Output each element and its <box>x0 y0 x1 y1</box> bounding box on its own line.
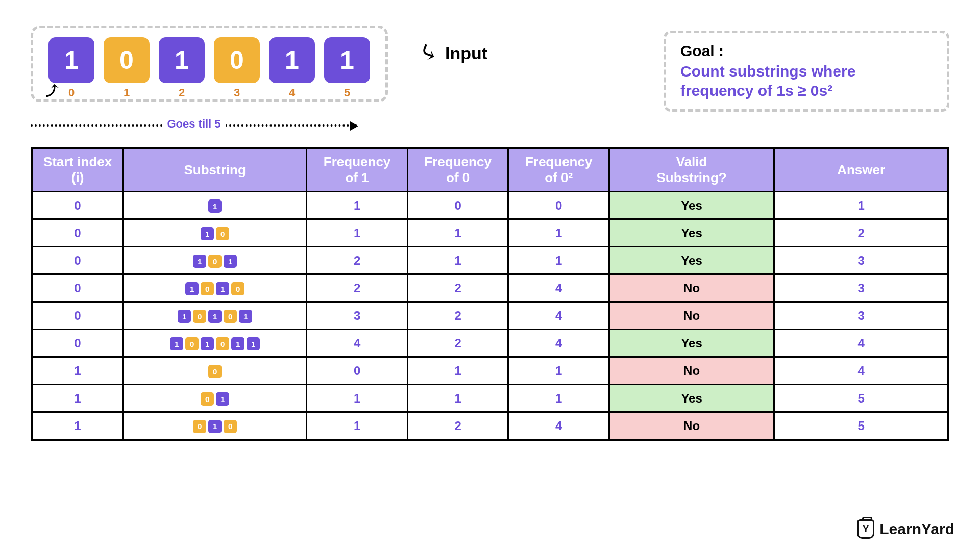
substring-bit: 1 <box>231 337 244 350</box>
input-bit: 15 <box>324 37 370 83</box>
cell-freq-1: 1 <box>307 412 408 440</box>
cell-substring: 01 <box>124 385 307 412</box>
cell-valid: Yes <box>609 330 774 357</box>
cell-substring: 10101 <box>124 302 307 330</box>
table-header-row: Start index(i)SubstringFrequencyof 1Freq… <box>32 148 948 192</box>
table-header: Frequencyof 1 <box>307 148 408 192</box>
table-header: Frequencyof 0 <box>407 148 508 192</box>
cell-freq-1: 0 <box>307 357 408 385</box>
cell-freq-1: 4 <box>307 330 408 357</box>
substring-bit: 1 <box>216 282 229 295</box>
input-bit: 12 <box>159 37 205 83</box>
cell-freq-0: 1 <box>407 357 508 385</box>
substring-bit: 1 <box>224 255 237 268</box>
cell-answer: 3 <box>774 274 948 302</box>
substring-bits: 10 <box>201 227 229 240</box>
cell-freq-0-sq: 4 <box>508 330 609 357</box>
substring-bit: 0 <box>224 310 237 323</box>
cell-start-index: 0 <box>32 274 124 302</box>
cell-valid: Yes <box>609 219 774 247</box>
cell-answer: 4 <box>774 357 948 385</box>
cell-answer: 1 <box>774 192 948 219</box>
table-row: 010111Yes2 <box>32 219 948 247</box>
substring-bit: 1 <box>208 310 222 323</box>
substring-bit: 1 <box>216 392 229 406</box>
cell-substring: 101011 <box>124 330 307 357</box>
cell-freq-0-sq: 1 <box>508 357 609 385</box>
cell-freq-0-sq: 1 <box>508 219 609 247</box>
input-dashed-box: 100112031415 <box>31 26 388 102</box>
substring-bit: 1 <box>201 337 214 350</box>
table-row: 101111Yes5 <box>32 385 948 412</box>
input-bit-index: 1 <box>124 86 130 99</box>
input-arrow-icon: ⤶ <box>415 38 443 68</box>
substring-bit: 0 <box>216 227 229 240</box>
cell-valid: No <box>609 357 774 385</box>
input-bit: 10 <box>48 37 94 83</box>
cell-substring: 10 <box>124 219 307 247</box>
input-bit-index: 4 <box>289 86 295 99</box>
brand-logo: Y LearnYard <box>857 519 954 539</box>
table-row: 01100Yes1 <box>32 192 948 219</box>
substring-bit: 1 <box>208 420 222 433</box>
substring-bits: 101 <box>193 255 237 268</box>
substring-bit: 0 <box>185 337 199 350</box>
cell-start-index: 0 <box>32 330 124 357</box>
table-body: 01100Yes1010111Yes20101211Yes301010224No… <box>32 192 948 440</box>
substring-bit: 0 <box>216 337 229 350</box>
cell-freq-0-sq: 4 <box>508 302 609 330</box>
input-bit-index: 2 <box>179 86 185 99</box>
cell-freq-1: 1 <box>307 385 408 412</box>
cell-start-index: 1 <box>32 412 124 440</box>
cell-freq-0: 1 <box>407 219 508 247</box>
substring-bits: 101011 <box>170 337 260 350</box>
brand-logo-text: LearnYard <box>879 520 954 538</box>
cell-valid: No <box>609 412 774 440</box>
cell-start-index: 0 <box>32 192 124 219</box>
cell-answer: 5 <box>774 412 948 440</box>
substring-bit: 1 <box>170 337 183 350</box>
substring-bit: 0 <box>201 282 214 295</box>
input-bit: 01 <box>104 37 150 83</box>
cell-freq-0: 2 <box>407 412 508 440</box>
substring-bits: 0 <box>208 365 222 378</box>
table-header: Answer <box>774 148 948 192</box>
goal-box: Goal : Count substrings where frequency … <box>664 31 949 112</box>
substring-bits: 010 <box>193 420 237 433</box>
input-bit-index: 3 <box>234 86 240 99</box>
substring-bit: 0 <box>193 420 206 433</box>
cell-freq-1: 1 <box>307 219 408 247</box>
goes-till-label: Goes till 5 <box>162 117 226 131</box>
cell-freq-0-sq: 4 <box>508 412 609 440</box>
cell-start-index: 0 <box>32 302 124 330</box>
cell-freq-0: 2 <box>407 302 508 330</box>
table-row: 1010124No5 <box>32 412 948 440</box>
substring-bits: 10101 <box>178 310 252 323</box>
cell-substring: 0 <box>124 357 307 385</box>
substring-bit: 0 <box>193 310 206 323</box>
cell-start-index: 0 <box>32 247 124 274</box>
cell-substring: 1010 <box>124 274 307 302</box>
table-row: 0101011424Yes4 <box>32 330 948 357</box>
table-header: Frequencyof 0² <box>508 148 609 192</box>
cell-answer: 3 <box>774 247 948 274</box>
cell-valid: Yes <box>609 247 774 274</box>
cell-start-index: 1 <box>32 357 124 385</box>
cell-valid: No <box>609 274 774 302</box>
substring-bit: 0 <box>208 365 222 378</box>
table-header: Start index(i) <box>32 148 124 192</box>
input-bit: 03 <box>214 37 260 83</box>
substring-bit: 1 <box>185 282 199 295</box>
cell-freq-1: 3 <box>307 302 408 330</box>
top-area: ⤹ 100112031415 Goes till 5 ⤶ Input Goal … <box>31 20 949 127</box>
substring-bit: 0 <box>224 420 237 433</box>
cell-valid: Yes <box>609 192 774 219</box>
input-label-block: ⤶ Input <box>419 41 487 65</box>
substring-bit: 1 <box>193 255 206 268</box>
cell-substring: 010 <box>124 412 307 440</box>
cell-valid: Yes <box>609 385 774 412</box>
table-header: ValidSubstring? <box>609 148 774 192</box>
cell-freq-0: 2 <box>407 274 508 302</box>
table-header: Substring <box>124 148 307 192</box>
cell-substring: 101 <box>124 247 307 274</box>
